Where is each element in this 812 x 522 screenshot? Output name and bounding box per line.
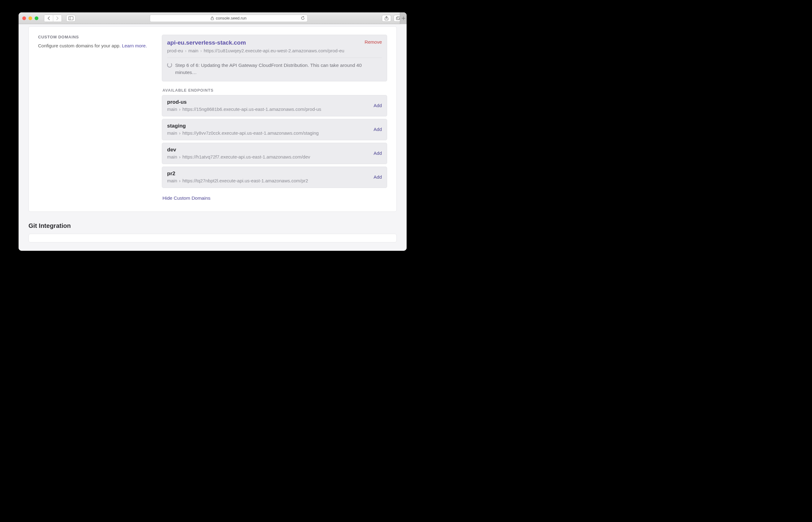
- add-endpoint-button[interactable]: Add: [374, 174, 382, 180]
- page-content: CUSTOM DOMAINS Configure custom domains …: [19, 24, 407, 251]
- endpoint-card: staging main › https://y8vv7z0cck.execut…: [162, 119, 387, 140]
- configured-domain-path: prod-eu › main › https://1u81uwqey2.exec…: [167, 48, 345, 53]
- domain-status-text: Step 6 of 6: Updating the API Gateway Cl…: [175, 62, 382, 76]
- close-window-button[interactable]: [22, 16, 26, 20]
- endpoint-path: main › https://15ng8681b6.execute-api.us…: [167, 106, 321, 112]
- add-endpoint-button[interactable]: Add: [374, 150, 382, 156]
- sidebar-toggle-button[interactable]: [66, 15, 76, 22]
- endpoint-name: prod-us: [167, 99, 321, 105]
- endpoint-path: main › https://y8vv7z0cck.execute-api.us…: [167, 130, 319, 136]
- svg-rect-4: [396, 17, 399, 20]
- custom-domains-panel: CUSTOM DOMAINS Configure custom domains …: [28, 26, 397, 212]
- minimize-window-button[interactable]: [28, 16, 32, 20]
- address-bar[interactable]: console.seed.run: [150, 15, 308, 22]
- learn-more-link[interactable]: Learn more.: [122, 43, 147, 48]
- git-integration-panel: [28, 234, 397, 242]
- forward-button[interactable]: [53, 15, 62, 22]
- svg-rect-2: [211, 18, 213, 20]
- reload-button[interactable]: [301, 16, 305, 20]
- back-button[interactable]: [44, 15, 53, 22]
- new-tab-button[interactable]: [400, 13, 407, 24]
- hide-custom-domains-link[interactable]: Hide Custom Domains: [163, 195, 210, 201]
- chevron-right-icon: ›: [179, 106, 181, 112]
- chevron-right-icon: ›: [185, 48, 187, 53]
- endpoint-name: pr2: [167, 170, 308, 177]
- chevron-right-icon: ›: [179, 154, 181, 159]
- endpoint-card: dev main › https://h1atvq72f7.execute-ap…: [162, 143, 387, 164]
- endpoint-card: prod-us main › https://15ng8681b6.execut…: [162, 95, 387, 116]
- domain-status: Step 6 of 6: Updating the API Gateway Cl…: [167, 62, 382, 76]
- chevron-right-icon: ›: [179, 178, 181, 183]
- remove-domain-button[interactable]: Remove: [365, 39, 382, 45]
- endpoint-card: pr2 main › https://tq27nbpt2l.execute-ap…: [162, 166, 387, 188]
- custom-domains-heading: CUSTOM DOMAINS: [38, 35, 149, 39]
- browser-window: console.seed.run CUSTOM DOMAINS: [19, 13, 407, 251]
- spinner-icon: [167, 63, 172, 67]
- available-endpoints-label: AVAILABLE ENDPOINTS: [163, 88, 387, 93]
- nav-group: [44, 15, 62, 22]
- git-integration-heading: Git Integration: [28, 222, 397, 229]
- zoom-window-button[interactable]: [35, 16, 38, 20]
- share-button[interactable]: [382, 15, 391, 22]
- add-endpoint-button[interactable]: Add: [374, 127, 382, 132]
- chevron-right-icon: ›: [200, 48, 202, 53]
- configured-domain-name[interactable]: api-eu.serverless-stack.com: [167, 39, 345, 46]
- add-endpoint-button[interactable]: Add: [374, 103, 382, 108]
- endpoint-path: main › https://tq27nbpt2l.execute-api.us…: [167, 178, 308, 183]
- endpoint-path: main › https://h1atvq72f7.execute-api.us…: [167, 154, 310, 159]
- endpoint-name: dev: [167, 147, 310, 153]
- chevron-right-icon: ›: [179, 130, 181, 136]
- custom-domains-description: Configure custom domains for your app. L…: [38, 42, 149, 49]
- configured-domain-card: api-eu.serverless-stack.com prod-eu › ma…: [162, 35, 387, 81]
- titlebar: console.seed.run: [19, 13, 407, 24]
- lock-icon: [211, 16, 214, 20]
- svg-rect-0: [69, 16, 73, 20]
- endpoint-name: staging: [167, 123, 319, 129]
- url-text: console.seed.run: [216, 16, 246, 20]
- traffic-lights: [22, 16, 38, 20]
